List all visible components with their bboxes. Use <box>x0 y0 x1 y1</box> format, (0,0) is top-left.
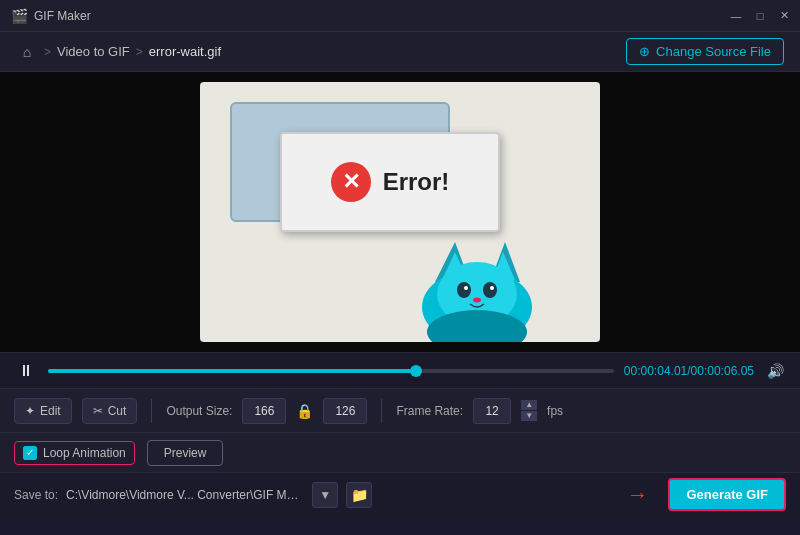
cat-character <box>420 222 540 342</box>
app-icon: 🎬 <box>10 7 28 25</box>
home-icon[interactable]: ⌂ <box>16 41 38 63</box>
video-preview: ✕ Error! <box>0 72 800 352</box>
current-time: 00:00:04.01 <box>624 364 687 378</box>
change-source-label: Change Source File <box>656 44 771 59</box>
time-display: 00:00:04.01/00:00:06.05 <box>624 364 754 378</box>
edit-toolbar: ✦ Edit ✂ Cut Output Size: 🔒 Frame Rate: … <box>0 388 800 432</box>
edit-label: Edit <box>40 404 61 418</box>
breadcrumb-bar: ⌂ > Video to GIF > error-wait.gif ⊕ Chan… <box>0 32 800 72</box>
preview-button[interactable]: Preview <box>147 440 224 466</box>
pause-icon: ⏸ <box>18 362 34 380</box>
title-bar: 🎬 GIF Maker — □ ✕ <box>0 0 800 32</box>
output-size-label: Output Size: <box>166 404 232 418</box>
breadcrumb-separator: > <box>44 45 51 59</box>
total-time: 00:00:06.05 <box>691 364 754 378</box>
pause-button[interactable]: ⏸ <box>14 359 38 383</box>
minimize-button[interactable]: — <box>730 10 742 22</box>
frame-rate-label: Frame Rate: <box>396 404 463 418</box>
cut-icon: ✂ <box>93 404 103 418</box>
gif-frame: ✕ Error! <box>200 82 600 342</box>
divider-1 <box>151 399 152 423</box>
breadcrumb-parent[interactable]: Video to GIF <box>57 44 130 59</box>
save-dropdown-button[interactable]: ▼ <box>312 482 338 508</box>
svg-point-7 <box>483 282 497 298</box>
change-source-button[interactable]: ⊕ Change Source File <box>626 38 784 65</box>
seek-bar[interactable] <box>48 369 614 373</box>
height-input[interactable] <box>323 398 367 424</box>
error-text: Error! <box>383 168 450 196</box>
save-bar: Save to: C:\Vidmore\Vidmore V... Convert… <box>0 472 800 516</box>
fps-input[interactable] <box>473 398 511 424</box>
fps-spinner[interactable]: ▲ ▼ <box>521 400 537 421</box>
fps-up-button[interactable]: ▲ <box>521 400 537 410</box>
breadcrumb-current: error-wait.gif <box>149 44 221 59</box>
svg-point-10 <box>473 298 481 303</box>
breadcrumb-separator-2: > <box>136 45 143 59</box>
edit-icon: ✦ <box>25 404 35 418</box>
fps-down-button[interactable]: ▼ <box>521 411 537 421</box>
save-folder-button[interactable]: 📁 <box>346 482 372 508</box>
seek-bar-fill <box>48 369 416 373</box>
save-path: C:\Vidmore\Vidmore V... Converter\GIF Ma… <box>66 488 304 502</box>
loop-animation-checkbox[interactable]: ✓ Loop Animation <box>14 441 135 465</box>
preview-label: Preview <box>164 446 207 460</box>
cut-label: Cut <box>108 404 127 418</box>
fps-unit: fps <box>547 404 563 418</box>
controls-bar: ⏸ 00:00:04.01/00:00:06.05 🔊 <box>0 352 800 388</box>
breadcrumb: ⌂ > Video to GIF > error-wait.gif <box>16 41 221 63</box>
window-controls: — □ ✕ <box>730 10 790 22</box>
svg-point-6 <box>457 282 471 298</box>
error-dialog: ✕ Error! <box>280 132 500 232</box>
error-icon: ✕ <box>331 162 371 202</box>
loop-bar: ✓ Loop Animation Preview <box>0 432 800 472</box>
save-label: Save to: <box>14 488 58 502</box>
divider-2 <box>381 399 382 423</box>
arrow-container: → <box>626 482 652 508</box>
generate-gif-button[interactable]: Generate GIF <box>668 478 786 511</box>
seek-handle[interactable] <box>410 365 422 377</box>
loop-label: Loop Animation <box>43 446 126 460</box>
maximize-button[interactable]: □ <box>754 10 766 22</box>
edit-button[interactable]: ✦ Edit <box>14 398 72 424</box>
svg-point-9 <box>490 286 494 290</box>
cut-button[interactable]: ✂ Cut <box>82 398 138 424</box>
svg-point-8 <box>464 286 468 290</box>
width-input[interactable] <box>242 398 286 424</box>
arrow-right-icon: → <box>626 482 648 508</box>
close-button[interactable]: ✕ <box>778 10 790 22</box>
checkbox-indicator: ✓ <box>23 446 37 460</box>
lock-icon[interactable]: 🔒 <box>296 403 313 419</box>
volume-button[interactable]: 🔊 <box>764 360 786 382</box>
app-title: GIF Maker <box>34 9 91 23</box>
add-icon: ⊕ <box>639 44 650 59</box>
